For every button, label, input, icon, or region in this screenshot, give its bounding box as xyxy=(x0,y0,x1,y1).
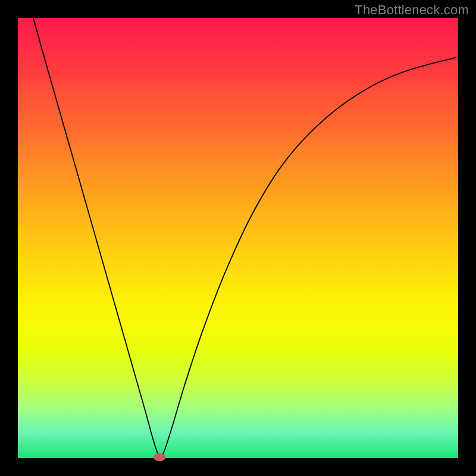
plot-area xyxy=(18,18,458,458)
min-marker xyxy=(154,453,166,461)
watermark-text: TheBottleneck.com xyxy=(355,2,469,18)
chart-frame: TheBottleneck.com xyxy=(0,0,476,476)
chart-svg xyxy=(18,18,458,458)
bottleneck-curve xyxy=(33,18,456,458)
